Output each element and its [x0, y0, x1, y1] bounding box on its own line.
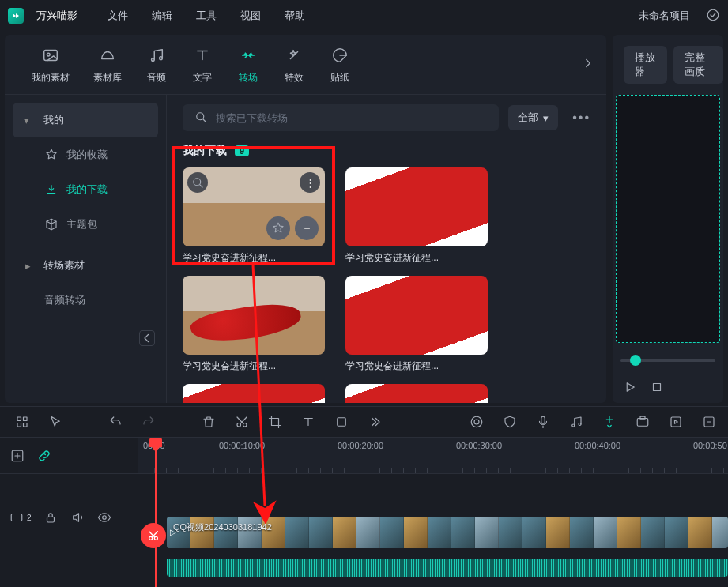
playhead-line[interactable] — [155, 438, 157, 587]
chevron-right-icon: ▸ — [25, 260, 31, 272]
sidebar-collapse-button[interactable] — [139, 330, 155, 346]
preview-seek-slider[interactable] — [620, 351, 715, 370]
chevron-down-icon: ▾ — [543, 112, 549, 124]
sidebar-favorites[interactable]: 我的收藏 — [5, 137, 166, 172]
preview-panel: 播放器 完整画质 — [613, 35, 723, 403]
clip-title: QQ视频20240303181942 — [173, 521, 272, 533]
text-tool-icon[interactable] — [300, 414, 316, 430]
search-box[interactable] — [183, 104, 499, 131]
music-settings-icon[interactable] — [568, 414, 584, 430]
mic-icon[interactable] — [535, 414, 551, 430]
gallery-item[interactable] — [183, 384, 325, 403]
tab-stock[interactable]: 素材库 — [93, 44, 122, 85]
svg-point-5 — [197, 112, 204, 119]
more-tools-icon[interactable] — [367, 414, 383, 430]
tab-transition[interactable]: 转场 — [237, 44, 259, 85]
gallery-item-caption: 学习党史奋进新征程... — [345, 251, 488, 265]
more-options-button[interactable]: ••• — [568, 111, 595, 125]
gallery-item[interactable]: 学习党史奋进新征程... — [183, 276, 325, 373]
screenshot-icon[interactable] — [635, 414, 651, 430]
tab-my-media[interactable]: 我的素材 — [32, 44, 70, 85]
tab-effects[interactable]: 特效 — [283, 44, 305, 85]
marker-icon[interactable] — [602, 414, 617, 430]
sidebar-transition-assets[interactable]: ▸ 转场素材 — [5, 248, 166, 283]
search-input[interactable] — [216, 112, 488, 124]
lock-icon[interactable] — [43, 510, 58, 525]
svg-rect-26 — [47, 517, 54, 522]
menu-edit[interactable]: 编辑 — [152, 9, 172, 23]
sidebar-theme[interactable]: 主题包 — [5, 207, 166, 242]
tab-text[interactable]: 文字 — [191, 44, 213, 85]
gallery-item[interactable]: ⋮ ＋ 学习党史奋进新征程... — [183, 167, 325, 265]
gallery-item[interactable]: 学习党史奋进新征程... — [345, 276, 488, 373]
gallery-item[interactable] — [345, 384, 488, 403]
menu-view[interactable]: 视图 — [240, 9, 261, 23]
settings-icon[interactable] — [701, 414, 717, 430]
ruler-tick: 00:00:10:00 — [219, 441, 265, 450]
sidebar-downloads[interactable]: 我的下载 — [5, 172, 166, 207]
item-menu-icon[interactable]: ⋮ — [300, 172, 320, 193]
link-icon[interactable] — [36, 448, 52, 464]
cut-icon[interactable] — [234, 414, 250, 430]
preview-icon[interactable] — [187, 172, 208, 193]
audio-waveform[interactable] — [167, 559, 728, 577]
gallery-thumb[interactable] — [345, 167, 488, 246]
add-track-icon[interactable] — [9, 448, 25, 464]
mute-icon[interactable] — [70, 510, 85, 525]
svg-point-3 — [152, 58, 155, 62]
gallery-thumb[interactable] — [345, 384, 488, 403]
sidebar-mine-header[interactable]: ▾ 我的 — [13, 103, 158, 137]
favorite-icon[interactable] — [266, 216, 290, 240]
timeline-tracks[interactable]: 00:00 00:00:10:00 00:00:20:00 00:00:30:0… — [138, 438, 728, 587]
tab-audio[interactable]: 音频 — [145, 44, 168, 85]
delete-icon[interactable] — [201, 414, 217, 430]
crop-icon[interactable] — [267, 414, 283, 430]
export-icon[interactable] — [668, 414, 684, 430]
gallery-item[interactable]: 学习党史奋进新征程... — [345, 167, 488, 265]
sidebar: ▾ 我的 我的收藏 我的下载 — [5, 95, 167, 403]
svg-rect-7 — [654, 384, 661, 391]
menu-file[interactable]: 文件 — [108, 9, 128, 23]
svg-rect-8 — [17, 417, 21, 421]
filter-all-button[interactable]: 全部 ▾ — [508, 105, 558, 130]
gallery-thumb[interactable] — [183, 384, 325, 403]
play-button[interactable] — [622, 379, 638, 395]
cursor-icon[interactable] — [47, 414, 63, 430]
record-icon[interactable] — [469, 414, 485, 430]
gallery-thumb[interactable]: ⋮ ＋ — [183, 167, 325, 246]
tabs-more-icon[interactable] — [581, 56, 595, 73]
svg-rect-11 — [24, 423, 28, 427]
undo-icon[interactable] — [108, 414, 123, 430]
tab-player[interactable]: 播放器 — [624, 46, 667, 84]
svg-rect-22 — [671, 417, 681, 427]
redo-icon[interactable] — [141, 414, 157, 430]
svg-point-6 — [194, 179, 201, 186]
gallery-thumb[interactable] — [183, 276, 325, 355]
sidebar-audio-transition[interactable]: 音频转场 — [5, 283, 166, 318]
svg-rect-25 — [11, 514, 22, 521]
grid-icon[interactable] — [14, 414, 30, 430]
timeline-track-headers: 2 — [0, 438, 138, 587]
menu-help[interactable]: 帮助 — [285, 9, 305, 23]
timeline-ruler[interactable]: 00:00 00:00:10:00 00:00:20:00 00:00:30:0… — [138, 438, 728, 474]
svg-rect-10 — [17, 423, 21, 427]
split-button[interactable] — [141, 523, 166, 548]
gallery-thumb[interactable] — [345, 276, 488, 355]
tab-stickers[interactable]: 贴纸 — [329, 44, 351, 85]
svg-point-2 — [47, 53, 50, 56]
menu-tools[interactable]: 工具 — [196, 9, 217, 23]
visibility-icon[interactable] — [96, 510, 112, 525]
preview-viewport[interactable] — [616, 95, 720, 343]
gallery-section-title: 我的下载 9 — [183, 144, 595, 158]
audio-track[interactable] — [138, 559, 728, 581]
stop-button[interactable] — [649, 379, 665, 395]
svg-point-27 — [102, 516, 106, 520]
tab-quality[interactable]: 完整画质 — [673, 46, 723, 84]
frame-icon[interactable] — [334, 414, 349, 430]
video-track[interactable]: ▷ QQ视频20240303181942 — [138, 512, 728, 559]
ruler-tick: 00:00:20:00 — [338, 441, 383, 450]
add-icon[interactable]: ＋ — [295, 216, 319, 240]
project-name[interactable]: 未命名项目 — [639, 9, 690, 23]
content-area: 全部 ▾ ••• 我的下载 9 — [167, 95, 606, 403]
shield-icon[interactable] — [502, 414, 518, 430]
